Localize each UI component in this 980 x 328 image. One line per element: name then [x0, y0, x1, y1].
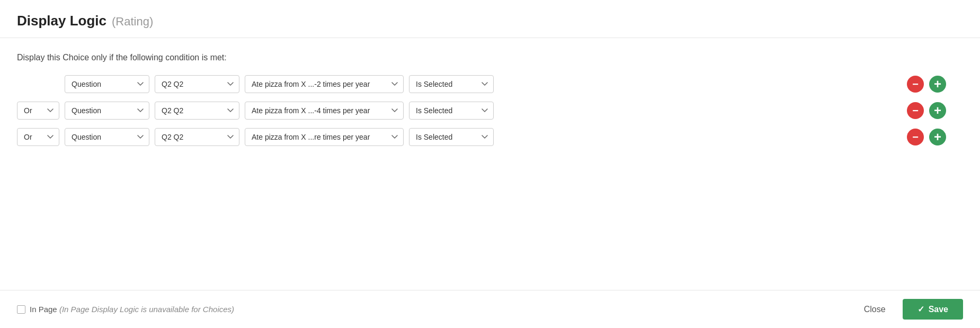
in-page-checkbox[interactable]	[17, 305, 25, 314]
modal-body: Display this Choice only if the followin…	[0, 38, 980, 290]
type-select-1[interactable]: Question	[65, 75, 149, 93]
type-select-2[interactable]: Question	[65, 102, 149, 120]
condition-rows: Question Q2 Q2 Ate pizza from X ...-2 ti…	[17, 75, 963, 146]
condition-row: Or And Question Q2 Q2 Ate pizza from X .…	[17, 128, 963, 146]
in-page-label: In Page (In Page Display Logic is unavai…	[30, 305, 234, 314]
modal-title: Display Logic (Rating)	[17, 13, 963, 29]
display-logic-modal: Display Logic (Rating) Display this Choi…	[0, 0, 980, 328]
row-actions-1: − +	[907, 76, 963, 93]
add-row-1-button[interactable]: +	[929, 76, 946, 93]
choice-select-2[interactable]: Ate pizza from X ...-4 times per year	[245, 102, 404, 120]
modal-title-text: Display Logic	[17, 13, 106, 29]
question-select-2[interactable]: Q2 Q2	[155, 102, 239, 120]
choice-select-1[interactable]: Ate pizza from X ...-2 times per year	[245, 75, 404, 93]
remove-row-1-button[interactable]: −	[907, 76, 924, 93]
save-button[interactable]: ✓ Save	[903, 299, 963, 320]
operator-select-2[interactable]: Is Selected	[409, 102, 494, 120]
remove-row-2-button[interactable]: −	[907, 102, 924, 119]
modal-header: Display Logic (Rating)	[0, 0, 980, 38]
save-label: Save	[929, 305, 948, 314]
operator-select-3[interactable]: Is Selected	[409, 128, 494, 146]
question-select-3[interactable]: Q2 Q2	[155, 128, 239, 146]
minus-icon: −	[912, 79, 919, 89]
footer-left: In Page (In Page Display Logic is unavai…	[17, 305, 234, 314]
operator-select-1[interactable]: Is Selected	[409, 75, 494, 93]
condition-row: Question Q2 Q2 Ate pizza from X ...-2 ti…	[17, 75, 963, 93]
remove-row-3-button[interactable]: −	[907, 129, 924, 145]
minus-icon: −	[912, 105, 919, 116]
modal-footer: In Page (In Page Display Logic is unavai…	[0, 290, 980, 328]
choice-select-3[interactable]: Ate pizza from X ...re times per year	[245, 128, 404, 146]
plus-icon: +	[934, 78, 941, 90]
condition-row: Or And Question Q2 Q2 Ate pizza from X .…	[17, 102, 963, 120]
question-select-1[interactable]: Q2 Q2	[155, 75, 239, 93]
connector-select-3[interactable]: Or And	[17, 128, 59, 146]
condition-label: Display this Choice only if the followin…	[17, 53, 963, 62]
row-actions-2: − +	[907, 102, 963, 119]
plus-icon: +	[934, 131, 941, 143]
type-select-3[interactable]: Question	[65, 128, 149, 146]
save-checkmark-icon: ✓	[917, 304, 924, 314]
modal-title-subtitle: (Rating)	[112, 15, 153, 29]
add-row-2-button[interactable]: +	[929, 102, 946, 119]
add-row-3-button[interactable]: +	[929, 129, 946, 145]
close-button[interactable]: Close	[856, 300, 894, 318]
connector-select-2[interactable]: Or And	[17, 102, 59, 120]
minus-icon: −	[912, 132, 919, 142]
row-actions-3: − +	[907, 129, 963, 145]
plus-icon: +	[934, 104, 941, 117]
footer-right: Close ✓ Save	[856, 299, 963, 320]
